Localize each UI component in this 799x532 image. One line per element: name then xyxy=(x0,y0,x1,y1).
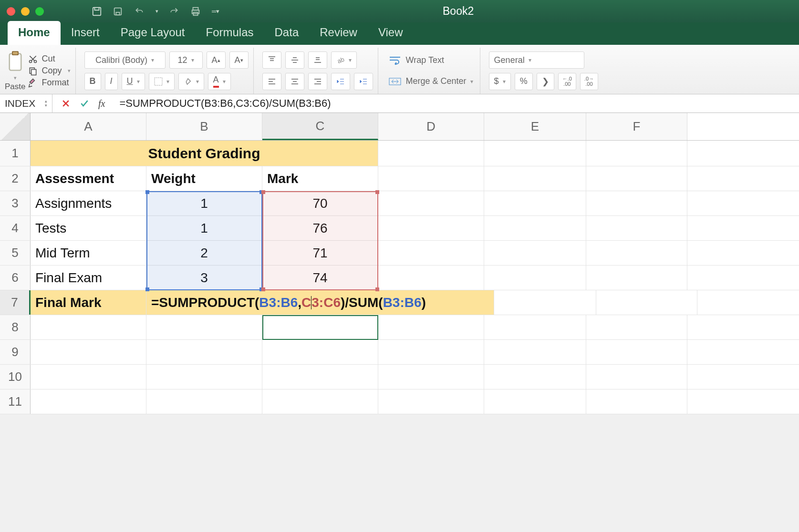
cell-a4[interactable]: Tests xyxy=(31,216,146,240)
comma-button[interactable]: ❯ xyxy=(537,73,554,90)
save-icon[interactable] xyxy=(92,6,102,17)
font-size-select[interactable]: 12 xyxy=(169,51,203,69)
align-right-button[interactable] xyxy=(308,73,327,90)
maximize-window-button[interactable] xyxy=(35,7,44,16)
cell-a5[interactable]: Mid Term xyxy=(31,241,146,265)
align-middle-button[interactable] xyxy=(285,51,304,69)
decrease-indent-button[interactable] xyxy=(331,73,350,90)
tab-data[interactable]: Data xyxy=(264,21,310,45)
tab-view[interactable]: View xyxy=(368,21,414,45)
number-format-select[interactable]: General xyxy=(489,51,584,69)
cut-button[interactable]: Cut xyxy=(28,54,70,64)
confirm-formula-icon[interactable] xyxy=(79,99,90,108)
cell-title[interactable]: Student Grading xyxy=(31,141,378,166)
paste-dropdown-icon[interactable]: ▾ xyxy=(14,75,17,81)
format-painter-button[interactable]: Format xyxy=(28,78,70,88)
wrap-icon xyxy=(389,55,401,65)
wrap-text-button[interactable]: Wrap Text xyxy=(387,51,446,69)
row-header-4[interactable]: 4 xyxy=(0,216,31,240)
col-header-e[interactable]: E xyxy=(484,113,586,140)
row-header-8[interactable]: 8 xyxy=(0,315,31,339)
cell-a7[interactable]: Final Mark xyxy=(31,290,146,315)
tab-insert[interactable]: Insert xyxy=(61,21,110,45)
cancel-formula-icon[interactable] xyxy=(61,99,71,108)
border-button[interactable] xyxy=(149,73,175,90)
column-headers: A B C D E F xyxy=(0,113,799,141)
col-header-f[interactable]: F xyxy=(586,113,687,140)
italic-button[interactable]: I xyxy=(105,73,118,90)
paste-icon[interactable] xyxy=(5,50,25,74)
percent-button[interactable]: % xyxy=(515,73,533,90)
align-bottom-button[interactable] xyxy=(308,51,327,69)
cell-a6[interactable]: Final Exam xyxy=(31,266,146,290)
cell-a2[interactable]: Assessment xyxy=(31,166,146,191)
undo-icon[interactable] xyxy=(134,7,145,16)
row-header-10[interactable]: 10 xyxy=(0,365,31,389)
orientation-button[interactable]: ab xyxy=(331,51,357,69)
row-header-3[interactable]: 3 xyxy=(0,191,31,215)
increase-indent-button[interactable] xyxy=(354,73,373,90)
row-header-7[interactable]: 7 xyxy=(0,290,31,315)
copy-button[interactable]: Copy▾ xyxy=(28,66,70,76)
cell-b4[interactable]: 1 xyxy=(146,216,262,240)
cell-a3[interactable]: Assignments xyxy=(31,191,146,215)
align-top-button[interactable] xyxy=(262,51,281,69)
currency-button[interactable]: $ xyxy=(489,73,511,90)
cell-c3[interactable]: 70 xyxy=(262,191,378,215)
cell-c4[interactable]: 76 xyxy=(262,216,378,240)
close-window-button[interactable] xyxy=(7,7,15,16)
cell-f1[interactable] xyxy=(586,141,687,166)
row-header-11[interactable]: 11 xyxy=(0,389,31,414)
fx-icon[interactable]: fx xyxy=(98,98,105,109)
align-center-button[interactable] xyxy=(285,73,304,90)
underline-button[interactable]: U xyxy=(122,73,145,90)
bold-button[interactable]: B xyxy=(84,73,101,90)
print-icon[interactable] xyxy=(190,6,201,17)
cell-b5[interactable]: 2 xyxy=(146,241,262,265)
save-alt-icon[interactable] xyxy=(113,6,123,17)
increase-font-button[interactable]: A▴ xyxy=(207,51,226,69)
minimize-window-button[interactable] xyxy=(21,7,30,16)
align-middle-icon xyxy=(291,56,299,64)
name-box[interactable]: INDEX ▴▾ xyxy=(0,94,52,113)
merge-center-button[interactable]: Merge & Center xyxy=(387,73,475,90)
fill-color-button[interactable] xyxy=(178,73,204,90)
align-left-button[interactable] xyxy=(262,73,281,90)
align-bottom-icon xyxy=(313,56,322,64)
row-header-1[interactable]: 1 xyxy=(0,141,31,166)
decrease-font-button[interactable]: A▾ xyxy=(229,51,249,69)
decrease-decimal-button[interactable]: .0→.00 xyxy=(580,73,598,90)
tab-page-layout[interactable]: Page Layout xyxy=(110,21,196,45)
select-all-corner[interactable] xyxy=(0,113,31,140)
col-header-a[interactable]: A xyxy=(31,113,146,140)
cell-c6[interactable]: 74 xyxy=(262,266,378,290)
tab-review[interactable]: Review xyxy=(309,21,368,45)
redo-icon[interactable] xyxy=(169,7,179,16)
col-header-c[interactable]: C xyxy=(262,113,378,140)
col-header-b[interactable]: B xyxy=(146,113,262,140)
font-color-button[interactable]: A xyxy=(208,73,231,90)
cell-c5[interactable]: 71 xyxy=(262,241,378,265)
tab-formulas[interactable]: Formulas xyxy=(196,21,264,45)
spreadsheet-grid: A B C D E F 1 Student Grading 2 Assessme… xyxy=(0,113,799,414)
row-11: 11 xyxy=(0,389,799,414)
tab-home[interactable]: Home xyxy=(8,21,61,45)
font-name-select[interactable]: Calibri (Body) xyxy=(84,51,166,69)
cell-d1[interactable] xyxy=(378,141,484,166)
svg-text:ab: ab xyxy=(336,56,345,64)
document-title: Book2 xyxy=(124,5,792,18)
row-header-6[interactable]: 6 xyxy=(0,266,31,290)
col-header-d[interactable]: D xyxy=(378,113,484,140)
row-header-5[interactable]: 5 xyxy=(0,241,31,265)
row-header-2[interactable]: 2 xyxy=(0,166,31,191)
cell-e1[interactable] xyxy=(484,141,586,166)
increase-decimal-button[interactable]: ←.0.00 xyxy=(558,73,576,90)
cell-b3[interactable]: 1 xyxy=(146,191,262,215)
align-left-icon xyxy=(268,77,276,86)
cell-c2[interactable]: Mark xyxy=(262,166,378,191)
formula-bar-input[interactable]: =SUMPRODUCT(B3:B6,C3:C6)/SUM(B3:B6) xyxy=(114,97,799,110)
cell-b6[interactable]: 3 xyxy=(146,266,262,290)
row-header-9[interactable]: 9 xyxy=(0,340,31,364)
cell-b2[interactable]: Weight xyxy=(146,166,262,191)
cell-b7-formula[interactable]: =SUMPRODUCT(B3:B6,C3:C6)/SUM(B3:B6) xyxy=(146,290,494,315)
